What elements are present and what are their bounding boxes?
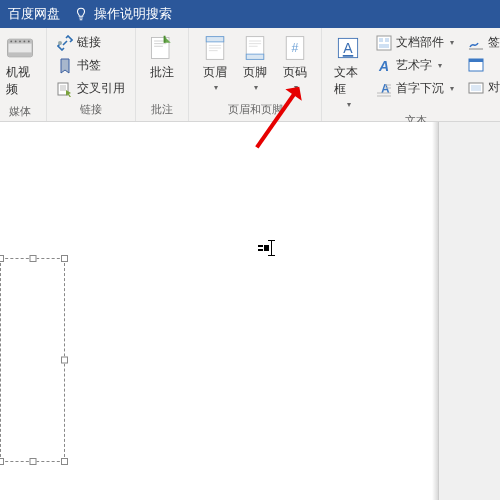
group-text: A 文本框 ▾ 文档部件▾ A 艺术字▾ A 首字下沉▾ [322,28,500,121]
word-art-label: 艺术字 [396,57,432,74]
tell-me-label: 操作说明搜索 [94,5,172,23]
group-links: 链接 书签 交叉引用 链接 [47,28,136,121]
svg-rect-30 [471,85,481,91]
word-art-icon: A [376,58,392,74]
svg-rect-20 [343,55,354,57]
svg-rect-15 [246,54,264,59]
object-icon [468,80,484,96]
page-number-label: 页码 [283,64,307,81]
svg-point-6 [24,41,26,43]
chevron-down-icon: ▾ [450,38,454,47]
comment-icon [148,34,176,62]
svg-rect-11 [164,36,166,43]
resize-handle[interactable] [0,255,4,262]
online-video-button[interactable]: 机视频 [0,32,40,102]
chevron-down-icon: ▾ [254,83,258,92]
cross-reference-label: 交叉引用 [77,80,125,97]
resize-handle[interactable] [29,255,36,262]
svg-rect-31 [258,245,263,247]
signature-icon [468,35,484,51]
cross-reference-button[interactable]: 交叉引用 [53,78,129,99]
bookmark-label: 书签 [77,57,101,74]
document-canvas[interactable] [0,122,500,500]
video-icon [6,34,34,62]
footer-button[interactable]: 页脚 ▾ [235,32,275,94]
date-time-icon [468,57,484,73]
svg-point-7 [28,41,30,43]
header-label: 页眉 [203,64,227,81]
svg-point-8 [58,41,62,45]
comment-label: 批注 [150,64,174,81]
chevron-down-icon: ▾ [214,83,218,92]
group-label-header-footer: 页眉和页脚 [228,100,283,119]
group-label-media: 媒体 [9,102,31,121]
text-cursor-indicator [258,240,272,256]
app-name: 百度网盘 [8,5,60,23]
bookmark-icon [57,58,73,74]
group-comments: 批注 批注 [136,28,189,121]
resize-handle[interactable] [61,458,68,465]
word-art-button[interactable]: A 艺术字▾ [372,55,458,76]
quick-parts-label: 文档部件 [396,34,444,51]
tell-me-search[interactable]: 操作说明搜索 [74,5,172,23]
drop-cap-icon: A [376,81,392,97]
group-label-links: 链接 [80,100,102,119]
svg-text:A: A [343,40,353,56]
hyperlink-label: 链接 [77,34,101,51]
chevron-down-icon: ▾ [438,61,442,70]
header-icon [201,34,229,62]
text-box-button[interactable]: A 文本框 ▾ [328,32,368,111]
cross-reference-icon [57,81,73,97]
svg-rect-33 [264,245,269,251]
chevron-down-icon: ▾ [347,100,351,109]
svg-rect-24 [379,44,389,48]
group-header-footer: 页眉 ▾ 页脚 ▾ # 页码 ▾ 页眉和页脚 [189,28,322,121]
svg-text:#: # [292,41,299,55]
text-box-icon: A [334,34,362,62]
svg-point-5 [19,41,21,43]
group-media-partial: 机视频 媒体 [0,28,47,121]
ibeam-cursor-icon [271,240,272,256]
svg-rect-2 [8,52,33,56]
object-label: 对 [488,79,500,96]
paragraph-mark-icon [258,243,270,253]
quick-parts-icon [376,35,392,51]
text-box-label: 文本框 [334,64,362,98]
svg-rect-28 [469,59,483,62]
quick-parts-button[interactable]: 文档部件▾ [372,32,458,53]
drop-cap-label: 首字下沉 [396,80,444,97]
page-gutter [438,122,500,500]
svg-rect-22 [379,38,383,42]
footer-icon [241,34,269,62]
resize-handle[interactable] [61,255,68,262]
chevron-down-icon: ▾ [450,84,454,93]
svg-point-3 [10,41,12,43]
bookmark-button[interactable]: 书签 [53,55,129,76]
resize-handle[interactable] [0,458,4,465]
svg-rect-32 [258,249,263,251]
hyperlink-button[interactable]: 链接 [53,32,129,53]
link-icon [57,35,73,51]
page-number-icon: # [281,34,309,62]
svg-text:A: A [378,58,389,74]
signature-label: 签 [488,34,500,51]
title-bar: 百度网盘 操作说明搜索 [0,0,500,28]
svg-text:A: A [381,82,390,96]
signature-line-button[interactable]: 签 [464,32,500,53]
object-button[interactable]: 对 [464,77,500,98]
footer-label: 页脚 [243,64,267,81]
selected-object-frame[interactable] [0,258,65,462]
ribbon: 机视频 媒体 链接 书签 交叉引用 链接 批注 批注 [0,28,500,122]
svg-point-4 [15,41,17,43]
header-button[interactable]: 页眉 ▾ [195,32,235,94]
svg-rect-13 [206,37,224,42]
resize-handle[interactable] [29,458,36,465]
drop-cap-button[interactable]: A 首字下沉▾ [372,78,458,99]
svg-rect-23 [385,38,389,42]
online-video-label: 机视频 [6,64,34,98]
comment-button[interactable]: 批注 [142,32,182,83]
resize-handle[interactable] [61,357,68,364]
group-label-comments: 批注 [151,100,173,119]
date-time-button[interactable] [464,55,500,75]
lightbulb-icon [74,7,88,21]
